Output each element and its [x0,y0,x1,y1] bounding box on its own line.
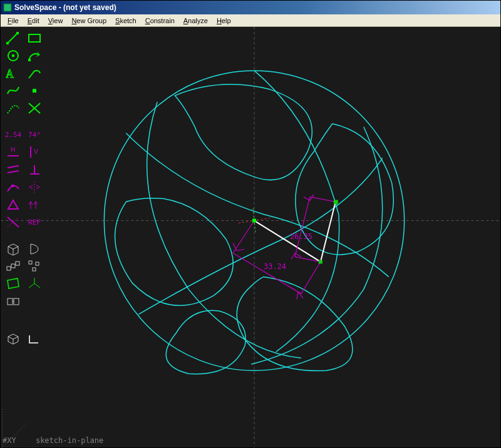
sketch-in-3d-icon[interactable] [26,276,43,291]
distance-constraint-icon[interactable]: 2.54 [4,127,22,142]
menu-sketch[interactable]: Sketch [111,16,141,25]
iso-view-icon[interactable] [4,331,22,346]
svg-line-33 [8,171,19,173]
svg-rect-41 [11,264,15,268]
svg-rect-15 [334,200,338,205]
circle-icon[interactable] [4,48,22,63]
assemble-icon[interactable] [4,293,22,308]
split-icon[interactable] [26,101,43,116]
grid-axes [1,27,500,447]
svg-text:V: V [34,148,38,155]
dim-label-2: 33.24 [264,262,286,271]
menu-new-group[interactable]: New Group [67,16,111,25]
text-icon[interactable]: A [4,66,22,81]
svg-rect-45 [33,268,36,271]
menu-edit[interactable]: Edit [23,16,44,25]
svg-line-17 [8,33,18,43]
menu-view[interactable]: View [44,16,68,25]
svg-rect-42 [16,262,19,265]
reference-constraint-icon[interactable]: REF [26,215,43,230]
svg-rect-23 [28,59,31,61]
content-area: 26.35 33.24 A [1,27,500,447]
canvas[interactable]: 26.35 33.24 [1,27,500,447]
parallel-constraint-icon[interactable] [4,162,22,177]
rect-icon[interactable] [26,31,43,46]
line-icon[interactable] [4,31,22,46]
vertical-constraint-icon[interactable]: V [26,145,43,160]
step-translate-icon[interactable] [4,258,22,273]
extrude-icon[interactable] [4,241,22,256]
svg-rect-18 [6,42,9,44]
point-on-constraint-icon[interactable] [4,180,22,195]
svg-rect-49 [8,298,13,305]
svg-line-10 [301,262,321,293]
horizontal-constraint-icon[interactable]: H [4,145,22,160]
svg-rect-43 [29,261,32,264]
placeholder-icon [26,293,43,308]
svg-rect-0 [4,4,11,11]
construction-icon[interactable] [4,101,22,116]
toolbar: A 2.54 74° H V [1,27,52,447]
svg-line-48 [34,283,40,288]
svg-rect-20 [29,34,40,42]
svg-text:H: H [11,146,15,153]
point-icon[interactable] [26,83,43,98]
svg-rect-25 [33,89,36,93]
tangent-arc-icon[interactable] [26,66,43,81]
svg-rect-22 [12,54,14,57]
menubar: File Edit View New Group Sketch Constrai… [1,14,500,27]
app-icon [3,3,12,12]
app-window: SolveSpace - (not yet saved) File Edit V… [0,0,501,448]
arc-icon[interactable] [26,48,43,63]
svg-rect-44 [36,262,39,265]
svg-rect-19 [16,32,19,34]
svg-rect-36 [11,185,14,187]
lathe-icon[interactable] [26,241,43,256]
ortho-view-icon[interactable] [26,331,43,346]
dimension-lines [233,195,336,300]
svg-rect-40 [7,267,11,270]
angle-constraint-icon[interactable]: 74° [26,127,43,142]
orientation-constraint-icon[interactable] [26,197,43,212]
step-rotate-icon[interactable] [26,258,43,273]
svg-line-12 [310,197,336,202]
menu-analyze[interactable]: Analyze [179,16,212,25]
titlebar[interactable]: SolveSpace - (not yet saved) [1,1,500,14]
svg-line-11 [295,197,310,257]
sketch-in-plane-icon[interactable] [4,276,22,291]
svg-text:A: A [6,68,14,80]
svg-rect-14 [252,219,256,223]
symmetric-constraint-icon[interactable] [26,180,43,195]
other-constraint-icon[interactable] [4,215,22,230]
svg-line-32 [8,166,19,168]
svg-rect-16 [319,260,323,263]
menu-file[interactable]: File [3,16,23,25]
window-title: SolveSpace - (not yet saved) [14,3,116,12]
dim-label-1: 26.35 [290,232,312,241]
svg-line-9 [233,221,254,253]
bezier-icon[interactable] [4,83,22,98]
svg-rect-50 [14,298,19,305]
svg-line-47 [29,283,34,288]
equal-constraint-icon[interactable] [4,197,22,212]
perpendicular-constraint-icon[interactable] [26,162,43,177]
menu-help[interactable]: Help [212,16,235,25]
menu-constrain[interactable]: Constrain [141,16,179,25]
